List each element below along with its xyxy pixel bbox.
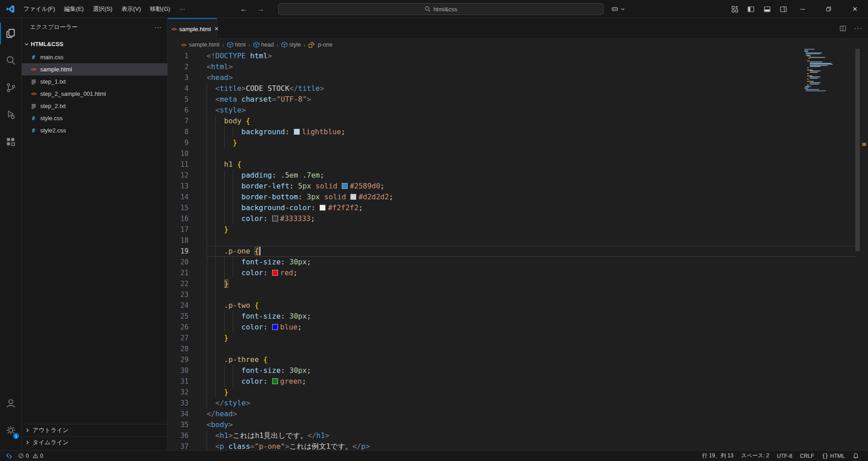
color-swatch[interactable] — [350, 194, 356, 200]
code-line-17[interactable]: 17 } — [168, 224, 868, 235]
file-item-sample.html[interactable]: <>sample.html — [22, 63, 167, 75]
breadcrumb-item-style[interactable]: style — [281, 42, 301, 48]
menu-item[interactable]: 選択(S) — [88, 3, 117, 15]
code-line-26[interactable]: 26 color: blue; — [168, 322, 868, 333]
menu-item[interactable]: ファイル(F) — [19, 3, 60, 15]
language-mode-status[interactable]: {} HTML — [822, 453, 845, 459]
code-line-34[interactable]: 34</head> — [168, 409, 868, 419]
file-item-style2.css[interactable]: #style2.css — [22, 124, 167, 136]
code-line-8[interactable]: 8 background: lightblue; — [168, 127, 868, 137]
code-line-31[interactable]: 31 color: green; — [168, 376, 868, 387]
activity-item-source-control[interactable] — [0, 77, 22, 99]
activity-item-settings[interactable]: 1 — [0, 419, 22, 441]
file-item-style.css[interactable]: #style.css — [22, 112, 167, 124]
copilot-button[interactable] — [610, 0, 625, 18]
code-line-19[interactable]: 19 .p-one { — [168, 246, 868, 257]
code-line-4[interactable]: 4 <title>CODE STOCK</title> — [168, 83, 868, 94]
encoding-status[interactable]: UTF-8 — [777, 453, 793, 459]
tab-close-icon[interactable]: × — [214, 25, 218, 33]
code-line-18[interactable]: 18 — [168, 235, 868, 246]
code-line-21[interactable]: 21 color: red; — [168, 268, 868, 278]
code-line-22[interactable]: 22 } — [168, 278, 868, 289]
code-line-25[interactable]: 25 font-size: 30px; — [168, 311, 868, 322]
activity-item-search[interactable] — [0, 50, 22, 71]
remote-indicator-icon[interactable] — [5, 452, 14, 460]
problems-status[interactable]: 0 0 — [18, 453, 43, 459]
activity-item-explorer[interactable] — [0, 23, 22, 44]
color-swatch[interactable] — [294, 129, 300, 135]
breadcrumb-item-.p-one[interactable]: .p-one — [308, 42, 332, 48]
outline-section[interactable]: アウトライン — [22, 424, 167, 436]
toggle-sidebar-icon[interactable] — [747, 5, 755, 13]
code-line-11[interactable]: 11 h1 { — [168, 159, 868, 170]
minimap[interactable] — [802, 47, 833, 101]
explorer-more-actions[interactable]: ··· — [154, 24, 162, 31]
cursor-position-status[interactable]: 行 19、列 13 — [702, 452, 733, 460]
code-line-2[interactable]: 2<html> — [168, 61, 868, 72]
code-line-1[interactable]: 1<!DOCTYPE html> — [168, 51, 868, 61]
tab-sample-html[interactable]: <> sample.html × — [168, 18, 217, 39]
restore-button[interactable] — [816, 0, 842, 18]
nav-forward-button[interactable]: → — [257, 0, 264, 18]
customize-layout-icon[interactable] — [731, 5, 739, 13]
file-item-step_1.txt[interactable]: step_1.txt — [22, 75, 167, 88]
code-line-9[interactable]: 9 } — [168, 137, 868, 148]
code-line-36[interactable]: 36 <h1>これはh1見出しです。</h1> — [168, 430, 868, 441]
breadcrumb-item-html[interactable]: html — [227, 42, 246, 48]
code-line-13[interactable]: 13 border-left: 5px solid #2589d0; — [168, 181, 868, 192]
color-swatch[interactable] — [272, 378, 278, 384]
eol-status[interactable]: CRLF — [800, 453, 814, 459]
menu-item[interactable]: 移動(G) — [146, 3, 175, 15]
code-line-15[interactable]: 15 background-color: #f2f2f2; — [168, 202, 868, 213]
code-line-23[interactable]: 23 — [168, 289, 868, 300]
command-center-search[interactable]: html&css — [278, 3, 604, 15]
code-line-16[interactable]: 16 color: #333333; — [168, 213, 868, 224]
minimap-line — [807, 67, 809, 68]
indentation-status[interactable]: スペース: 2 — [741, 452, 769, 460]
color-swatch[interactable] — [320, 205, 326, 211]
close-button[interactable]: × — [842, 0, 868, 18]
nav-back-button[interactable]: ← — [240, 0, 247, 18]
split-editor-icon[interactable] — [839, 25, 847, 32]
code-line-10[interactable]: 10 — [168, 148, 868, 159]
code-line-28[interactable]: 28 — [168, 343, 868, 354]
notifications-bell-icon[interactable] — [853, 453, 859, 459]
code-line-30[interactable]: 30 font-size: 30px; — [168, 365, 868, 376]
menu-item[interactable]: 表示(V) — [117, 3, 146, 15]
code-line-3[interactable]: 3<head> — [168, 72, 868, 83]
breadcrumb-item-sample.html[interactable]: <>sample.html — [180, 41, 219, 48]
code-line-35[interactable]: 35<body> — [168, 419, 868, 430]
activity-item-extensions[interactable] — [0, 131, 22, 153]
toggle-panel-icon[interactable] — [763, 5, 771, 13]
code-editor[interactable]: 1<!DOCTYPE html>2<html>3<head>4 <title>C… — [168, 51, 868, 450]
folder-root[interactable]: HTML&CSS — [22, 38, 167, 50]
menu-item[interactable]: ··· — [175, 3, 190, 15]
code-line-32[interactable]: 32 } — [168, 387, 868, 398]
menu-item[interactable]: 編集(E) — [60, 3, 88, 15]
code-line-5[interactable]: 5 <meta charset="UTF-8"> — [168, 94, 868, 105]
editor-scrollbar[interactable] — [855, 49, 860, 251]
code-line-20[interactable]: 20 font-size: 30px; — [168, 257, 868, 268]
color-swatch[interactable] — [272, 270, 278, 276]
breadcrumb-item-head[interactable]: head — [253, 42, 274, 48]
code-line-24[interactable]: 24 .p-two { — [168, 300, 868, 311]
code-line-27[interactable]: 27 } — [168, 333, 868, 343]
color-swatch[interactable] — [342, 183, 348, 189]
color-swatch[interactable] — [272, 324, 278, 330]
file-item-main.css[interactable]: #main.css — [22, 51, 167, 63]
code-line-14[interactable]: 14 border-bottom: 3px solid #d2d2d2; — [168, 192, 868, 202]
timeline-section[interactable]: タイムライン — [22, 436, 167, 448]
minimize-button[interactable] — [789, 0, 816, 18]
editor-more-actions[interactable]: ··· — [854, 24, 863, 33]
file-item-step_2.txt[interactable]: step_2.txt — [22, 100, 167, 112]
code-line-33[interactable]: 33 </style> — [168, 398, 868, 409]
code-line-29[interactable]: 29 .p-three { — [168, 354, 868, 365]
toggle-secondary-sidebar-icon[interactable] — [779, 5, 788, 13]
code-line-7[interactable]: 7 body { — [168, 116, 868, 127]
code-line-6[interactable]: 6 <style> — [168, 105, 868, 116]
file-item-step_2_sample_001.html[interactable]: <>step_2_sample_001.html — [22, 88, 167, 100]
code-line-12[interactable]: 12 padding: .5em .7em; — [168, 170, 868, 181]
activity-item-run-debug[interactable] — [0, 104, 22, 126]
color-swatch[interactable] — [272, 216, 278, 221]
activity-item-accounts[interactable] — [0, 392, 22, 414]
